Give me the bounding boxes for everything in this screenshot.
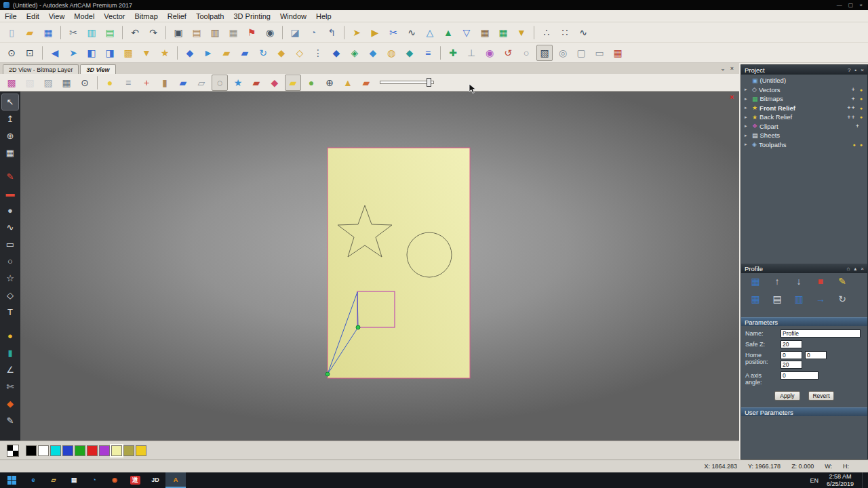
menu-item[interactable]: Relief: [163, 12, 191, 20]
add-item-icon[interactable]: +: [856, 123, 860, 129]
relief-layers-icon[interactable]: ▰: [285, 75, 301, 91]
taskbar-app-red-icon[interactable]: 道: [125, 472, 145, 488]
toolbar-icon[interactable]: [97, 76, 98, 89]
redo-icon[interactable]: ↷: [145, 24, 161, 41]
close-view-tab-icon[interactable]: ×: [730, 65, 734, 72]
block-gray-icon[interactable]: ▨: [40, 75, 56, 91]
taskbar-photos-icon[interactable]: ◔: [84, 472, 104, 488]
project-tree-item[interactable]: ▣ (Untitled): [741, 76, 867, 85]
select-icon[interactable]: ↖: [2, 94, 18, 110]
erase-icon[interactable]: ▬: [2, 186, 18, 201]
expander-icon[interactable]: ▸: [745, 105, 750, 110]
taskbar-jd-icon[interactable]: JD: [145, 472, 165, 488]
new-model-icon[interactable]: ▯: [3, 24, 20, 41]
zoom-3d-icon[interactable]: ⊙: [77, 75, 93, 91]
diamond-blue2-icon[interactable]: ◆: [328, 45, 344, 61]
diamond-gold2-icon[interactable]: ◇: [292, 45, 308, 61]
tool-icon[interactable]: [2, 162, 18, 167]
marquee-icon[interactable]: ▧: [536, 45, 553, 61]
visibility-bulb-icon[interactable]: ● ●: [853, 142, 864, 147]
mirror-h-icon[interactable]: ◧: [83, 45, 100, 61]
menu-item[interactable]: 3D Printing: [229, 12, 275, 20]
layers-gold2-icon[interactable]: ▰: [358, 75, 374, 91]
delete-profile-icon[interactable]: ■: [813, 274, 828, 289]
visibility-bulb-icon[interactable]: ●: [860, 87, 864, 92]
toolbar-icon[interactable]: [42, 46, 43, 60]
cylinder-icon[interactable]: ▮: [157, 75, 173, 91]
node-fit-icon[interactable]: ▲: [440, 24, 456, 41]
copy-icon[interactable]: ▥: [83, 24, 100, 41]
rect-icon[interactable]: ▭: [591, 45, 608, 61]
diamond-teal-icon[interactable]: ◆: [401, 45, 418, 61]
freehand-icon[interactable]: ∿: [2, 220, 18, 235]
dome-icon[interactable]: ●: [2, 328, 18, 344]
curve-icon[interactable]: ∿: [403, 24, 420, 41]
text-icon[interactable]: T: [2, 304, 18, 320]
menu-item[interactable]: Toolpath: [191, 12, 229, 20]
table-green-icon[interactable]: ▦: [495, 24, 511, 41]
help-icon[interactable]: ?: [848, 67, 850, 73]
color-swatch[interactable]: [111, 445, 122, 456]
layout-panel-icon[interactable]: ▤: [189, 24, 205, 41]
plane-icon[interactable]: ▱: [193, 75, 210, 91]
sculpt-icon[interactable]: ✎: [2, 413, 18, 428]
expander-icon[interactable]: ▸: [745, 142, 750, 147]
grid-dot-icon[interactable]: ▦: [610, 45, 626, 61]
light-icon[interactable]: ●: [102, 75, 118, 91]
a-axis-input[interactable]: [781, 371, 818, 380]
add-item-icon[interactable]: +: [852, 96, 856, 102]
fillet-icon[interactable]: ◔: [305, 24, 321, 41]
taskbar-explorer-icon[interactable]: ▱: [43, 472, 64, 488]
home-y-input[interactable]: [805, 351, 827, 359]
calculate-icon[interactable]: ▦: [748, 291, 763, 306]
menu-item[interactable]: File: [0, 12, 22, 20]
vector-node[interactable]: [356, 325, 360, 329]
orbit-icon[interactable]: ↻: [255, 45, 271, 61]
node-smooth-icon[interactable]: ▽: [458, 24, 475, 41]
export-film-icon[interactable]: ▥: [791, 291, 806, 306]
toolbar-icon[interactable]: [165, 26, 166, 39]
anchor-icon[interactable]: ⊥: [463, 45, 479, 61]
minimize-button[interactable]: —: [837, 2, 842, 8]
project-tree-item[interactable]: ▸ ▤ Sheets: [741, 131, 867, 140]
measure-icon[interactable]: ∠: [2, 362, 18, 378]
toolbar-icon[interactable]: [122, 26, 123, 39]
material-block-icon[interactable]: ▩: [3, 75, 20, 91]
spiral-icon[interactable]: ↺: [500, 45, 516, 61]
move-up-icon[interactable]: ↑: [770, 274, 785, 289]
color-swatch[interactable]: [38, 445, 49, 456]
layout-panel3-icon[interactable]: ▦: [225, 24, 241, 41]
draw-icon[interactable]: ✎: [2, 169, 18, 184]
view-tab[interactable]: 3D View: [80, 64, 115, 74]
star-blue-icon[interactable]: ★: [230, 75, 246, 91]
table-icon[interactable]: ▦: [477, 24, 493, 41]
ring-icon[interactable]: ○: [518, 45, 534, 61]
stack-icon[interactable]: ≡: [420, 45, 436, 61]
collapse-tabs-icon[interactable]: ⌄: [720, 65, 726, 72]
diamond-blue3-icon[interactable]: ◆: [365, 45, 381, 61]
project-tree-item[interactable]: ▸ ◈ Toolpaths ● ●: [741, 140, 867, 150]
home-x-input[interactable]: [781, 351, 802, 359]
tool-icon[interactable]: [2, 321, 18, 327]
menu-item[interactable]: Bitmap: [130, 12, 163, 20]
ring-gold-icon[interactable]: ◍: [383, 45, 399, 61]
toolbar-icon[interactable]: [344, 26, 344, 39]
rotate-icon[interactable]: ↻: [835, 291, 850, 306]
pattern-grid-icon[interactable]: ∷: [557, 24, 573, 41]
taskbar-store-icon[interactable]: ▤: [64, 472, 84, 488]
menu-item[interactable]: View: [44, 12, 70, 20]
notes-icon[interactable]: ⚑: [243, 24, 260, 41]
export-icon[interactable]: →: [813, 291, 828, 306]
toolbar-icon[interactable]: [177, 46, 178, 60]
mirror-v-icon[interactable]: ◨: [102, 45, 118, 61]
zoom-slider-handle[interactable]: [427, 78, 431, 87]
color-swatch[interactable]: [123, 445, 134, 456]
stack-blue-icon[interactable]: ▰: [175, 75, 191, 91]
add-item-icon[interactable]: ++: [847, 104, 856, 111]
expander-icon[interactable]: ▸: [745, 133, 750, 138]
pattern-wave-icon[interactable]: ∿: [575, 24, 591, 41]
zoom-region-icon[interactable]: ⊡: [22, 45, 38, 61]
block-white-icon[interactable]: ▧: [22, 75, 38, 91]
add-item-icon[interactable]: +: [852, 86, 856, 93]
node-add-icon[interactable]: △: [422, 24, 438, 41]
